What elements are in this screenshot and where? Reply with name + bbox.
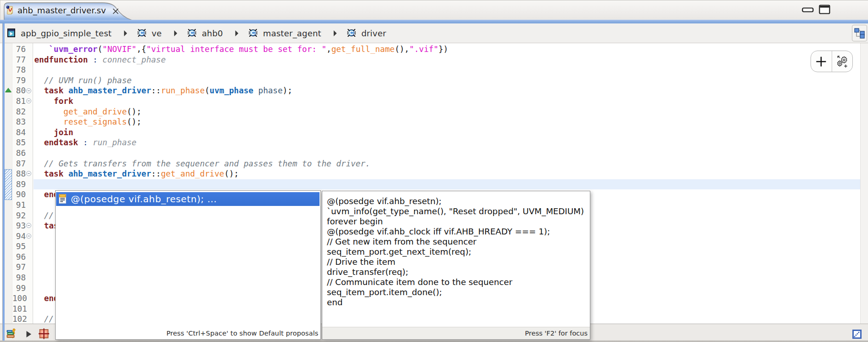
class-instance-icon — [249, 28, 257, 37]
line-number: 100 — [12, 293, 27, 304]
breadcrumb-label: master_agent — [263, 28, 321, 38]
preview-line: seq_item_port.item_done(); — [327, 287, 587, 297]
sv-file-icon — [6, 5, 14, 15]
editor-tab[interactable]: ahb_master_driver.sv — [4, 1, 143, 22]
code-line-86 — [33, 148, 860, 159]
view-window-buttons — [802, 5, 834, 16]
breadcrumb-item-driver[interactable]: driver — [347, 28, 386, 38]
editor-tabbar: ahb_master_driver.sv — [0, 0, 868, 20]
line-number: 80 — [12, 86, 27, 96]
fold-collapse-icon[interactable] — [26, 234, 31, 239]
editor-breadcrumb: apb_gpio_simple_test ve — [0, 23, 868, 43]
breadcrumb-separator-icon — [235, 30, 239, 37]
override-marker-icon[interactable] — [5, 88, 11, 92]
plus-icon — [816, 56, 827, 67]
settings-button[interactable] — [832, 51, 853, 72]
eclipse-window: ahb_master_driver.sv — [0, 0, 868, 342]
breadcrumb-label: ve — [152, 28, 162, 38]
module-icon — [7, 28, 15, 37]
code-line-82: get_and_drive(); — [33, 107, 860, 117]
code-line-78 — [33, 65, 860, 75]
toggle-breadcrumb-button[interactable] — [852, 25, 867, 41]
class-instance-icon — [137, 28, 146, 37]
line-number-ruler: 7677787980818283848586878889909192939495… — [12, 43, 27, 324]
line-number: 96 — [12, 252, 27, 262]
run-arrow-icon[interactable] — [26, 331, 32, 340]
code-line-79: // UVM run() phase — [33, 75, 860, 86]
active-editor-highlight-band — [0, 20, 868, 23]
tree-hierarchy-icon — [854, 28, 865, 39]
completion-proposal-popup: @(posedge vif.ahb_resetn); ... Press 'Ct… — [55, 190, 321, 340]
code-line-88: task ahb_master_driver::get_and_drive(); — [33, 169, 860, 179]
add-button[interactable] — [811, 51, 832, 72]
gears-icon — [835, 55, 849, 68]
breadcrumb-item-ve[interactable]: ve — [137, 28, 162, 38]
breadcrumb-separator — [235, 30, 239, 37]
range-indicator — [5, 169, 12, 200]
preview-code: @(posedge vif.ahb_resetn);`uvm_info(get_… — [327, 196, 587, 308]
line-number: 88 — [12, 169, 27, 179]
proposal-footer-hint: Press 'Ctrl+Space' to show Default propo… — [166, 330, 319, 337]
grid-perspective-icon[interactable] — [39, 328, 49, 341]
fold-collapse-icon[interactable] — [26, 223, 31, 228]
floating-toolbar — [811, 51, 853, 72]
active-editor-highlight-strip — [3, 23, 5, 341]
line-number: 83 — [12, 117, 27, 127]
window-bottom-edge — [0, 340, 868, 342]
tab-close-icon[interactable] — [112, 8, 119, 15]
breadcrumb-separator — [174, 30, 177, 37]
line-number: 102 — [12, 314, 27, 324]
code-line-81: fork — [33, 96, 860, 107]
preview-line: // Communicate item done to the sequence… — [327, 277, 587, 287]
line-number: 85 — [12, 137, 27, 148]
line-number: 78 — [12, 65, 27, 75]
line-number: 84 — [12, 127, 27, 138]
line-number: 95 — [12, 241, 27, 252]
preview-line: // Get new item from the sequencer — [327, 237, 587, 247]
maximize-icon[interactable] — [819, 5, 830, 16]
line-number: 92 — [12, 211, 27, 221]
preview-line: `uvm_info(get_type_name(), "Reset droppe… — [327, 206, 587, 217]
minimize-icon[interactable] — [802, 6, 814, 14]
line-number: 86 — [12, 148, 27, 159]
breadcrumb-item-apb_gpio_simple_test[interactable]: apb_gpio_simple_test — [7, 28, 112, 38]
line-number: 90 — [12, 189, 27, 200]
breadcrumb-label: ahb0 — [202, 28, 223, 38]
code-line-84: join — [33, 127, 860, 138]
close-icon — [112, 8, 119, 15]
breadcrumb-item-ahb0[interactable]: ahb0 — [188, 28, 223, 38]
fold-collapse-icon[interactable] — [26, 171, 31, 176]
line-number: 79 — [12, 75, 27, 86]
line-number: 91 — [12, 200, 27, 211]
preview-line: seq_item_port.get_next_item(req); — [327, 247, 587, 257]
breadcrumb-separator-icon — [333, 30, 337, 37]
line-number: 94 — [12, 231, 27, 242]
class-instance-icon — [249, 28, 257, 37]
line-number: 89 — [12, 179, 27, 190]
fold-collapse-icon[interactable] — [26, 88, 31, 93]
fold-collapse-icon[interactable] — [26, 98, 31, 103]
breadcrumb-separator — [124, 30, 127, 37]
proposal-label: @(posedge vif.ahb_resetn); ... — [71, 194, 217, 205]
class-instance-icon — [188, 28, 196, 37]
line-number: 97 — [12, 262, 27, 273]
toggle-panel-icon[interactable] — [852, 330, 862, 341]
breadcrumb-label: driver — [361, 28, 386, 38]
code-line-85: endtask : run_phase — [33, 137, 860, 148]
preview-line: // Drive the item — [327, 257, 587, 267]
module-icon — [7, 28, 15, 37]
template-icon — [59, 194, 66, 204]
line-number: 81 — [12, 96, 27, 107]
proposal-item-selected[interactable]: @(posedge vif.ahb_resetn); ... — [56, 192, 320, 206]
breadcrumb-item-master_agent[interactable]: master_agent — [249, 28, 321, 38]
class-instance-icon — [347, 28, 356, 37]
code-line-87: // Gets transfers from the sequencer and… — [33, 159, 860, 169]
breadcrumb-separator-icon — [174, 30, 177, 37]
library-icon[interactable] — [6, 328, 17, 341]
breadcrumb-items: apb_gpio_simple_test ve — [7, 23, 386, 43]
preview-line: forever begin — [327, 217, 587, 227]
class-instance-icon — [137, 28, 146, 37]
class-instance-icon — [188, 28, 196, 37]
line-number: 93 — [12, 221, 27, 231]
overview-ruler[interactable] — [860, 43, 868, 324]
